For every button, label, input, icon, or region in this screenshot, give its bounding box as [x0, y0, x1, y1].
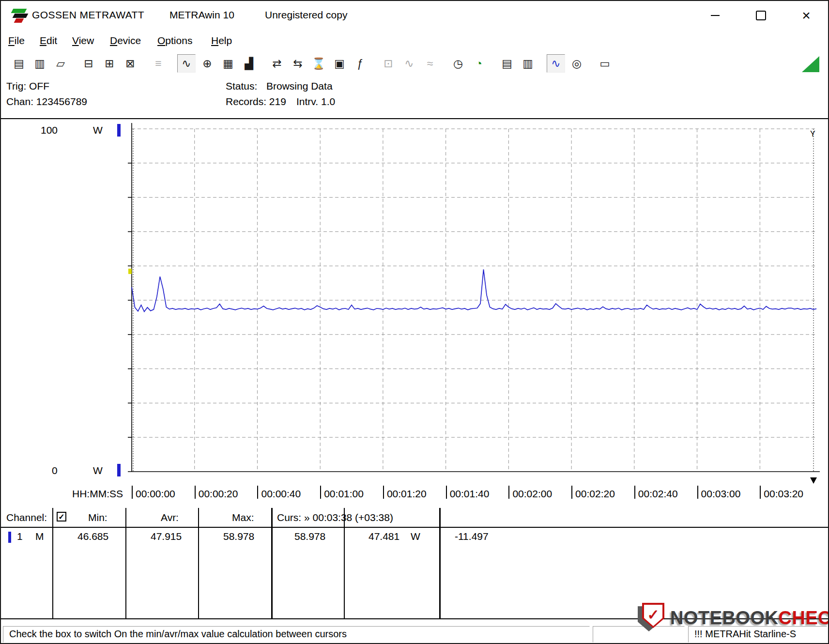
cursor-handle-bottom[interactable] [810, 477, 817, 484]
maximize-icon [756, 11, 766, 20]
view-xy-icon[interactable]: ⊕ [198, 54, 216, 73]
notebookcheck-shield-icon: ✓ [640, 603, 667, 633]
status-label: Status: [226, 80, 257, 92]
cell-max-value: 58.978 [223, 531, 254, 542]
y-axis-max-label: 100 [41, 124, 58, 136]
title-bar: GOSSEN METRAWATT METRAwin 10 Unregistere… [1, 1, 828, 31]
info-strip: Trig: OFF Chan: 123456789 Status: Browsi… [1, 76, 828, 118]
close-button[interactable]: × [795, 5, 817, 26]
cell-channel-number: 1 [17, 531, 23, 542]
x-tick-label: 00:00:40 [261, 488, 301, 500]
y-axis-unit-top: W [93, 124, 103, 136]
record-setup-icon[interactable]: ⌛ [309, 54, 328, 73]
chart-panel: 100 W 0 W Y HH:MM:SS 00:00:0000:00:2000:… [1, 118, 828, 510]
x-tick-mark [508, 486, 509, 499]
memory-transfer-icon[interactable]: ⊠ [121, 54, 139, 73]
timer-icon[interactable]: ◔ [470, 54, 488, 73]
x-tick-mark [132, 486, 133, 499]
x-tick-label: 00:01:00 [324, 488, 364, 500]
header-cursor: Curs: » 00:03:38 (+03:38) [277, 512, 393, 523]
notebookcheck-watermark: ✓ NOTEBOOKCHECK [640, 598, 829, 637]
header-min: Min: [88, 512, 107, 523]
x-tick-mark [697, 486, 698, 499]
header-channel: Channel: [6, 512, 47, 523]
cell-avr-value: 47.915 [151, 531, 182, 542]
x-tick-label: 00:00:20 [199, 488, 238, 500]
app-logo-icon [11, 8, 29, 24]
table-column-divider [52, 508, 53, 618]
x-tick-mark [257, 486, 258, 499]
open-file-icon[interactable]: ▱ [51, 54, 70, 73]
channel-checkbox[interactable]: ✓ [57, 512, 66, 521]
table-column-divider [125, 508, 126, 618]
x-tick-mark [446, 486, 447, 499]
x-tick-label: 00:02:20 [575, 488, 615, 500]
minimize-icon [711, 15, 720, 16]
interval-value: Intrv. 1.0 [296, 96, 335, 107]
memory-30k-icon[interactable]: ⊞ [100, 54, 119, 73]
statusbar-hint: Check the box to switch On the min/avr/m… [3, 626, 590, 643]
view-table-icon[interactable]: ▦ [219, 54, 237, 73]
cell-min-value: 46.685 [77, 531, 108, 542]
menu-edit[interactable]: Edit [40, 35, 57, 46]
watermark-text-notebook: NOTEBOOK [670, 608, 779, 628]
menu-help[interactable]: Help [211, 35, 232, 46]
zoom-icon[interactable]: ◎ [568, 54, 586, 73]
x-tick-label: 00:03:00 [701, 488, 741, 500]
waveform-max-icon: ≈ [421, 54, 439, 73]
view-bar-chart-icon[interactable]: ▟ [240, 54, 258, 73]
menu-file[interactable]: File [8, 35, 25, 46]
toolbar: ▤▥▱⊟⊞⊠≡∿⊕▦▟⇄⇆⌛▣ƒ⊡∿≈◷◔▤▥∿◎▭ [1, 51, 828, 76]
x-tick-mark [383, 486, 384, 499]
device-connect-icon[interactable]: ⇄ [268, 54, 286, 73]
x-tick-label: 00:03:20 [764, 488, 803, 500]
x-tick-label: 00:01:20 [387, 488, 427, 500]
clock-icon[interactable]: ◷ [449, 54, 467, 73]
minimize-button[interactable] [704, 5, 726, 26]
table-column-divider-thick [439, 508, 441, 618]
title-license: Unregistered copy [265, 9, 347, 21]
export-report-icon[interactable]: ⊟ [79, 54, 98, 73]
channel-color-marker-bottom [117, 464, 121, 476]
title-brand: GOSSEN METRAWATT [32, 9, 144, 21]
x-axis-label: HH:MM:SS [72, 488, 123, 500]
save-icon[interactable]: ▤ [10, 54, 28, 73]
print-preview-icon[interactable]: ▥ [519, 54, 537, 73]
x-tick-mark [195, 486, 196, 499]
status-value: Browsing Data [266, 80, 333, 92]
cell-cursor2-unit: W [411, 531, 420, 542]
print-icon[interactable]: ▤ [498, 54, 516, 73]
table-column-divider [198, 508, 199, 618]
save-config-icon[interactable]: ▥ [31, 54, 49, 73]
channel-color-bar [8, 532, 11, 543]
function-icon[interactable]: ƒ [351, 54, 369, 73]
view-line-chart-icon[interactable]: ∿ [177, 54, 196, 73]
device-settings-icon[interactable]: ⇆ [289, 54, 307, 73]
x-tick-mark [320, 486, 321, 499]
power-series-line [132, 269, 816, 311]
maximize-button[interactable] [750, 5, 772, 26]
menu-view[interactable]: View [72, 35, 94, 46]
records-count: Records: 219 [226, 96, 286, 107]
zoom-wave-icon[interactable]: ∿ [547, 54, 565, 73]
annotation-icon[interactable]: ▭ [596, 54, 614, 73]
max-marker [128, 269, 132, 274]
x-tick-mark [760, 486, 761, 499]
table-column-divider [344, 508, 345, 618]
x-tick-label: 00:02:00 [512, 488, 552, 500]
cell-channel-mode: M [35, 531, 44, 542]
monitor-icon[interactable]: ▣ [330, 54, 349, 73]
multimeter-icon: ⊡ [379, 54, 398, 73]
x-tick-label: 00:02:40 [638, 488, 678, 500]
x-tick-mark [634, 486, 635, 499]
menu-device[interactable]: Device [110, 35, 141, 46]
cell-cursor1-value: 58.978 [294, 531, 325, 542]
trigger-status: Trig: OFF [6, 80, 49, 92]
channel-color-marker-top [117, 124, 121, 137]
cursor-handle-top[interactable]: Y [810, 130, 815, 138]
chart-plot[interactable]: Y [132, 129, 817, 472]
cell-cursor2-value: 47.481 [368, 531, 399, 542]
menu-bar: FileEditViewDeviceOptionsHelp [1, 31, 828, 51]
watermark-text-check: CHECK [779, 608, 829, 628]
menu-options[interactable]: Options [157, 35, 192, 46]
